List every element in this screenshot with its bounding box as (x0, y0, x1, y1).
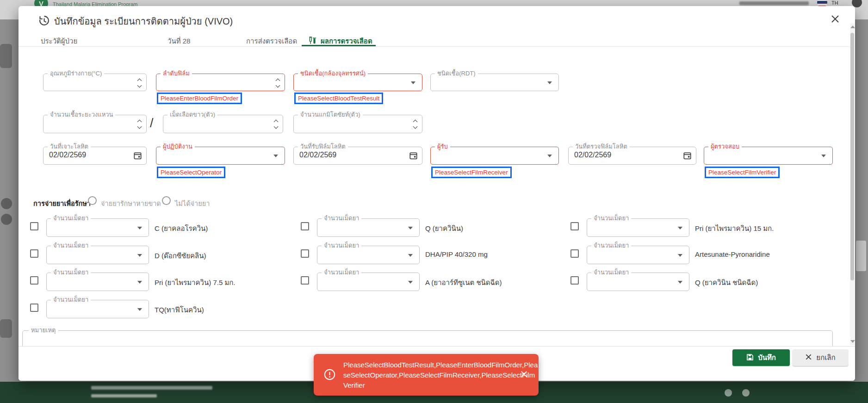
med-qty-select[interactable]: จำนวนเม็ดยา (46, 218, 149, 237)
background-decor (1, 198, 12, 209)
radio-label[interactable]: จ่ายยารักษาหายขาด (101, 198, 161, 209)
cancel-button[interactable]: ยกเลิก (793, 349, 848, 366)
med-qty-select[interactable]: จำนวนเม็ดยา (46, 246, 149, 264)
footer-copyright-blurred (91, 394, 157, 397)
save-icon (746, 353, 754, 362)
med-label: TQ(ทาฟีโนควิน) (155, 304, 204, 316)
receiver-select[interactable]: ผู้รับ (430, 147, 559, 165)
slash-separator: / (150, 116, 154, 130)
med-qty-select[interactable]: จำนวนเม็ดยา (46, 300, 149, 318)
field-label: ผู้ปฏิบัติงาน (161, 143, 195, 150)
scrollbar-thumb[interactable] (850, 33, 854, 280)
med-qty-select[interactable]: จำนวนเม็ดยา (317, 218, 420, 237)
verifier-select[interactable]: ผู้ตรวจสอบ (704, 147, 833, 165)
med-qty-select[interactable]: จำนวนเม็ดยา (317, 273, 420, 291)
operator-select[interactable]: ผู้ปฏิบัติงาน (156, 147, 285, 165)
active-tab-underline (302, 45, 376, 46)
med-qty-select[interactable]: จำนวนเม็ดยา (587, 273, 689, 291)
med-label: DHA/PIP 40/320 mg (425, 250, 488, 258)
med-label: Pri (ยาไพรมาควิน) 15 มก. (695, 223, 774, 234)
field-label: ผู้รับ (435, 143, 450, 150)
facebook-icon (725, 389, 732, 397)
calendar-icon[interactable] (409, 151, 418, 162)
med-label: Q (ยาควินิน ชนิดฉีด) (695, 277, 758, 288)
radio-label[interactable]: ไม่ได้จ่ายยา (175, 198, 210, 209)
med-checkbox[interactable] (570, 222, 579, 230)
cancel-label: ยกเลิก (816, 352, 835, 363)
film-receive-date-input[interactable]: วันที่รับฟิล์มโลหิต 02/02/2569 (293, 147, 422, 165)
date-value: 02/02/2569 (299, 151, 336, 159)
background-decor (0, 44, 12, 68)
radio-no-dispense[interactable] (162, 196, 171, 205)
blood-draw-date-input[interactable]: วันที่เจาะโลหิต 02/02/2569 (43, 147, 147, 165)
chevron-down-icon (137, 281, 142, 284)
med-checkbox[interactable] (301, 276, 309, 285)
gametocyte-count-input[interactable]: จำนวนแกมิโตซัยท์(ตัว) (293, 115, 422, 133)
med-qty-select[interactable]: จำนวนเม็ดยา (587, 246, 689, 264)
med-checkbox[interactable] (570, 276, 579, 285)
med-checkbox[interactable] (30, 249, 38, 258)
dispense-section-label: การจ่ายยาเพื่อรักษา (33, 198, 91, 209)
field-label: จำนวนแกมิโตซัยท์(ตัว) (298, 111, 363, 118)
screen: V Thailand Malaria Elimination Program T… (0, 0, 868, 403)
save-label: บันทึก (758, 352, 776, 363)
operator-error: PleaseSelectOperator (157, 167, 225, 178)
number-spinner[interactable] (414, 119, 417, 128)
chevron-down-icon (137, 308, 142, 311)
film-order-error: PleaseEnterBloodFilmOrder (157, 93, 242, 104)
scrollbar-down-arrow[interactable] (850, 340, 855, 343)
radio-cured-treatment[interactable] (88, 196, 97, 205)
toast-close-icon[interactable] (520, 370, 528, 380)
save-button[interactable]: บันทึก (732, 349, 790, 366)
calendar-icon[interactable] (133, 151, 142, 162)
chevron-down-icon (137, 227, 142, 229)
species-rdt-select[interactable]: ชนิดเชื้อ(RDT) (430, 74, 559, 91)
med-label: Artesunate-Pyronaridine (695, 250, 770, 258)
number-spinner[interactable] (274, 119, 278, 128)
field-label: จำนวนเชื้อระยะวงแหวน (48, 111, 115, 118)
number-spinner[interactable] (138, 78, 141, 87)
field-label: ชนิดเชื้อ(กล้องจุลทรรศน์) (298, 70, 368, 77)
med-qty-select[interactable]: จำนวนเม็ดยา (46, 273, 149, 291)
user-info-blurred (739, 1, 809, 5)
patient-followup-modal: บันทึกข้อมูล ระเบียนการติดตามผู้ป่วย (VI… (19, 6, 855, 381)
species-microscope-select[interactable]: ชนิดเชื้อ(กล้องจุลทรรศน์) (293, 74, 422, 91)
med-qty-select[interactable]: จำนวนเม็ดยา (317, 246, 420, 264)
tab-patient-history[interactable]: ประวัติผู้ป่วย (41, 36, 77, 47)
background-decor (1, 214, 12, 225)
ring-stage-count-input[interactable]: จำนวนเชื้อระยะวงแหวน (43, 115, 147, 133)
med-checkbox[interactable] (30, 276, 38, 285)
divider (19, 46, 855, 47)
med-checkbox[interactable] (570, 249, 579, 258)
med-checkbox[interactable] (30, 304, 38, 312)
med-checkbox[interactable] (301, 249, 309, 258)
field-label: ผู้ตรวจสอบ (708, 143, 742, 150)
film-check-date-input[interactable]: วันที่ตรวจฟิล์มโลหิต 02/02/2569 (568, 147, 696, 165)
med-qty-select[interactable]: จำนวนเม็ดยา (587, 218, 689, 237)
field-label: จำนวนเม็ดยา (51, 269, 91, 276)
species-microscope-error: PleaseSelectBloodTestResult (294, 93, 383, 104)
calendar-icon[interactable] (683, 151, 692, 162)
modal-title: บันทึกข้อมูล ระเบียนการติดตามผู้ป่วย (VI… (54, 14, 233, 29)
number-spinner[interactable] (276, 78, 279, 87)
film-order-input[interactable]: ลำดับฟิล์ม (156, 74, 285, 91)
close-icon[interactable] (830, 13, 842, 25)
field-label: ลำดับฟิล์ม (161, 70, 192, 77)
med-checkbox[interactable] (30, 222, 38, 230)
alert-icon (323, 368, 336, 383)
chevron-down-icon (411, 81, 415, 84)
footer-links-blurred (91, 386, 212, 390)
med-checkbox[interactable] (301, 222, 309, 230)
cancel-x-icon (805, 353, 812, 362)
field-label: จำนวนเม็ดยา (591, 215, 631, 222)
body-temp-input[interactable]: อุณหภูมิร่างกาย(°C) (43, 74, 147, 91)
number-spinner[interactable] (138, 119, 141, 128)
chevron-down-icon (821, 155, 826, 157)
verifier-error: PleaseSelectFilmVerifier (705, 167, 780, 178)
tab-day-28[interactable]: วันที่ 28 (167, 36, 190, 47)
history-icon (38, 15, 50, 28)
scrollbar-up-arrow[interactable] (850, 25, 855, 28)
error-toast: PleaseSelectBloodTestResult,PleaseEnterB… (314, 354, 539, 396)
tab-blood-submission[interactable]: การส่งตรวจเลือด (246, 36, 297, 47)
wbc-count-input[interactable]: เม็ดเลือดขาว(ตัว) (163, 115, 283, 133)
